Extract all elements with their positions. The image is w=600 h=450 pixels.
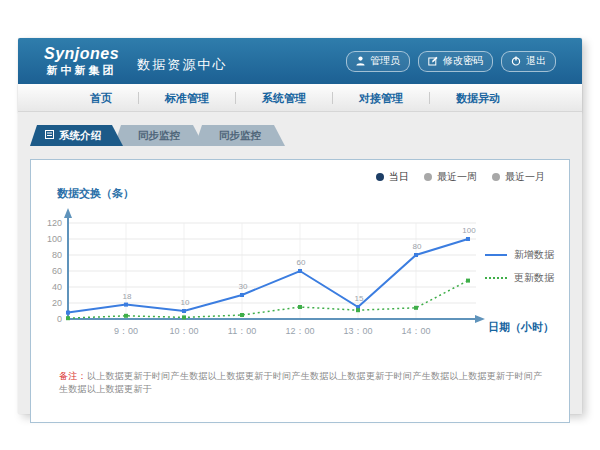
chart-panel: 当日 最近一周 最近一月 数据交换（条） 0204060801001209：00… (30, 159, 570, 423)
tab-label: 同步监控 (138, 125, 180, 146)
screen: Synjones 新中新集团 数据资源中心 管理员 修改密码 (0, 0, 600, 450)
filter-label: 最近一周 (437, 170, 477, 184)
logo-text-en: Synjones (44, 46, 119, 62)
nav-item-system[interactable]: 系统管理 (236, 92, 333, 104)
legend-new-data: 新增数据 (485, 248, 554, 262)
svg-text:120: 120 (47, 218, 62, 228)
tab-sync-monitor-2[interactable]: 同步监控 (195, 125, 285, 146)
nav-item-data-change[interactable]: 数据异动 (430, 92, 526, 104)
tab-system-intro[interactable]: 系统介绍 (30, 125, 123, 146)
logout-icon (511, 56, 521, 66)
logo-text-cn: 新中新集团 (44, 65, 119, 76)
legend-updated-data: 更新数据 (485, 271, 554, 285)
x-axis-title: 日期（小时） (488, 320, 554, 335)
admin-user-button[interactable]: 管理员 (346, 51, 410, 72)
user-icon (356, 56, 365, 66)
series-legend: 新增数据 更新数据 (485, 248, 554, 294)
y-axis-title: 数据交换（条） (57, 186, 134, 201)
tab-bar: 系统介绍 同步监控 同步监控 (30, 125, 285, 146)
svg-text:80: 80 (413, 242, 422, 251)
footnote-body: 以上数据更新于时间产生数据以上数据更新于时间产生数据以上数据更新于时间产生数据以… (59, 371, 543, 394)
radio-selected-icon (376, 173, 384, 181)
main-nav: 首页 标准管理 系统管理 对接管理 数据异动 (18, 84, 582, 112)
svg-text:12：00: 12：00 (285, 326, 314, 336)
svg-text:60: 60 (297, 258, 306, 267)
logout-label: 退出 (526, 54, 546, 68)
admin-user-label: 管理员 (370, 54, 400, 68)
legend-label: 新增数据 (514, 248, 554, 262)
logout-button[interactable]: 退出 (501, 51, 556, 72)
footnote-prefix: 备注： (59, 371, 87, 381)
svg-text:14：00: 14：00 (401, 326, 430, 336)
svg-text:100: 100 (47, 234, 62, 244)
svg-text:60: 60 (52, 266, 62, 276)
svg-text:13：00: 13：00 (343, 326, 372, 336)
svg-text:80: 80 (52, 250, 62, 260)
tab-label: 系统介绍 (59, 125, 101, 146)
radio-icon (492, 173, 500, 181)
tab-sync-monitor-1[interactable]: 同步监控 (114, 125, 204, 146)
footnote: 备注：以上数据更新于时间产生数据以上数据更新于时间产生数据以上数据更新于时间产生… (59, 370, 551, 396)
svg-text:15: 15 (355, 294, 364, 303)
tab-label: 同步监控 (219, 125, 261, 146)
svg-text:11：00: 11：00 (228, 326, 256, 336)
filter-label: 最近一月 (505, 170, 545, 184)
svg-text:0: 0 (57, 314, 62, 324)
time-range-filter: 当日 最近一周 最近一月 (376, 170, 545, 184)
filter-last-month[interactable]: 最近一月 (492, 170, 545, 184)
svg-text:100: 100 (462, 226, 476, 235)
filter-label: 当日 (389, 170, 409, 184)
solid-line-icon (485, 254, 507, 256)
legend-label: 更新数据 (514, 271, 554, 285)
company-logo: Synjones 新中新集团 (44, 46, 119, 76)
nav-item-home[interactable]: 首页 (64, 92, 139, 104)
svg-text:20: 20 (52, 298, 62, 308)
change-password-label: 修改密码 (443, 54, 483, 68)
app-window: Synjones 新中新集团 数据资源中心 管理员 修改密码 (18, 38, 582, 414)
svg-text:40: 40 (52, 282, 62, 292)
header-actions: 管理员 修改密码 退出 (346, 51, 556, 72)
svg-text:18: 18 (123, 292, 132, 301)
radio-icon (424, 173, 432, 181)
svg-text:10: 10 (181, 298, 190, 307)
svg-text:9：00: 9：00 (114, 326, 138, 336)
nav-item-standards[interactable]: 标准管理 (139, 92, 236, 104)
form-icon (45, 125, 54, 146)
filter-today[interactable]: 当日 (376, 170, 409, 184)
nav-item-interface[interactable]: 对接管理 (333, 92, 430, 104)
filter-last-week[interactable]: 最近一周 (424, 170, 477, 184)
content-area: 系统介绍 同步监控 同步监控 当日 最近一周 (18, 112, 582, 414)
svg-text:30: 30 (239, 282, 248, 291)
change-password-button[interactable]: 修改密码 (418, 51, 493, 72)
page-title: 数据资源中心 (137, 48, 227, 74)
dotted-line-icon (485, 277, 507, 279)
app-header: Synjones 新中新集团 数据资源中心 管理员 修改密码 (18, 38, 582, 84)
svg-text:10：00: 10：00 (169, 326, 198, 336)
edit-icon (428, 56, 438, 66)
